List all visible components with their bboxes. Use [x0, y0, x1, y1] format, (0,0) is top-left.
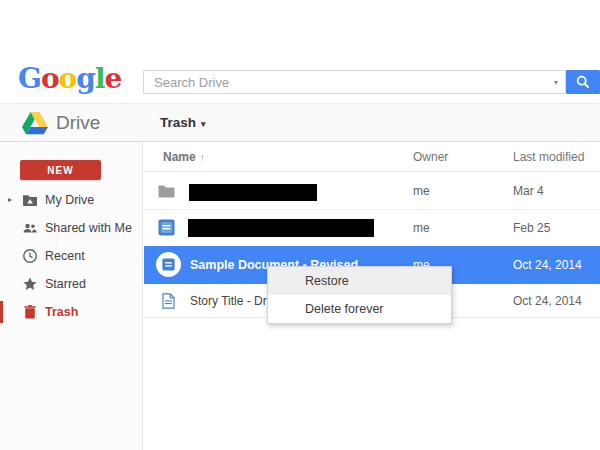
sidebar-item-my-drive[interactable]: ▸ My Drive: [0, 186, 143, 214]
trash-icon: [22, 304, 38, 320]
document-page-icon: [162, 293, 175, 313]
new-button[interactable]: NEW: [20, 160, 101, 180]
google-logo[interactable]: Google: [18, 62, 121, 96]
table-row[interactable]: me Feb 25: [144, 210, 600, 246]
google-logo-letter: e: [105, 62, 122, 95]
clock-icon: [22, 248, 38, 264]
expand-caret-icon[interactable]: ▸: [8, 186, 12, 214]
google-docs-icon: [158, 219, 175, 240]
sidebar-item-label: Trash: [45, 298, 78, 326]
sidebar: NEW ▸ My Drive Shared with Me: [0, 142, 143, 450]
search-icon: [576, 75, 590, 89]
app-header-band: Drive Trash▾: [0, 103, 600, 142]
sidebar-item-shared-with-me[interactable]: Shared with Me: [0, 214, 143, 242]
sidebar-item-recent[interactable]: Recent: [0, 242, 143, 270]
sidebar-item-starred[interactable]: Starred: [0, 270, 143, 298]
google-drive-trash-screen: Google ▾ Drive Trash▾ NEW ▸: [0, 0, 600, 450]
chevron-down-icon: ▾: [201, 119, 206, 129]
last-modified-cell: Oct 24, 2014: [513, 284, 582, 318]
drive-logo-icon[interactable]: [22, 112, 48, 139]
owner-cell: me: [413, 210, 430, 246]
people-icon: [22, 220, 38, 236]
active-item-indicator: [0, 301, 3, 323]
table-header: Name↑ Owner Last modified: [144, 142, 600, 172]
search-input[interactable]: [144, 71, 565, 93]
sidebar-item-label: Starred: [45, 270, 86, 298]
redacted-file-name: [188, 219, 374, 237]
my-drive-icon: [22, 192, 38, 208]
star-icon: [22, 276, 38, 292]
search-button[interactable]: [566, 70, 600, 94]
sort-ascending-icon: ↑: [200, 152, 205, 163]
redacted-file-name: [189, 184, 317, 201]
column-header-owner[interactable]: Owner: [413, 142, 448, 172]
google-logo-letter: o: [59, 62, 77, 95]
last-modified-cell: Mar 4: [513, 172, 544, 210]
column-header-name[interactable]: Name↑: [163, 142, 205, 173]
sidebar-item-trash[interactable]: Trash: [0, 298, 143, 326]
context-menu: Restore Delete forever: [267, 266, 452, 324]
sidebar-item-label: Shared with Me: [45, 214, 132, 242]
folder-icon: [158, 184, 175, 202]
google-logo-letter: o: [41, 62, 59, 95]
owner-cell: me: [413, 172, 430, 210]
app-name[interactable]: Drive: [56, 104, 100, 141]
view-title-label: Trash: [160, 115, 196, 130]
google-logo-letter: G: [18, 62, 41, 95]
search-options-caret-icon[interactable]: ▾: [554, 71, 558, 95]
last-modified-cell: Oct 24, 2014: [513, 246, 582, 284]
menu-item-restore[interactable]: Restore: [268, 267, 451, 295]
sidebar-item-label: Recent: [45, 242, 85, 270]
column-name-label: Name: [163, 150, 196, 164]
selected-doc-badge-icon: [156, 252, 181, 277]
table-row[interactable]: me Mar 4: [144, 172, 600, 210]
column-header-last-modified[interactable]: Last modified: [513, 142, 584, 172]
google-logo-letter: g: [76, 62, 95, 95]
sidebar-item-label: My Drive: [45, 186, 94, 214]
search-box: ▾: [143, 70, 566, 94]
last-modified-cell: Feb 25: [513, 210, 550, 246]
view-title-trash[interactable]: Trash▾: [160, 104, 206, 143]
menu-item-delete-forever[interactable]: Delete forever: [268, 295, 451, 323]
google-logo-letter: l: [95, 62, 105, 95]
